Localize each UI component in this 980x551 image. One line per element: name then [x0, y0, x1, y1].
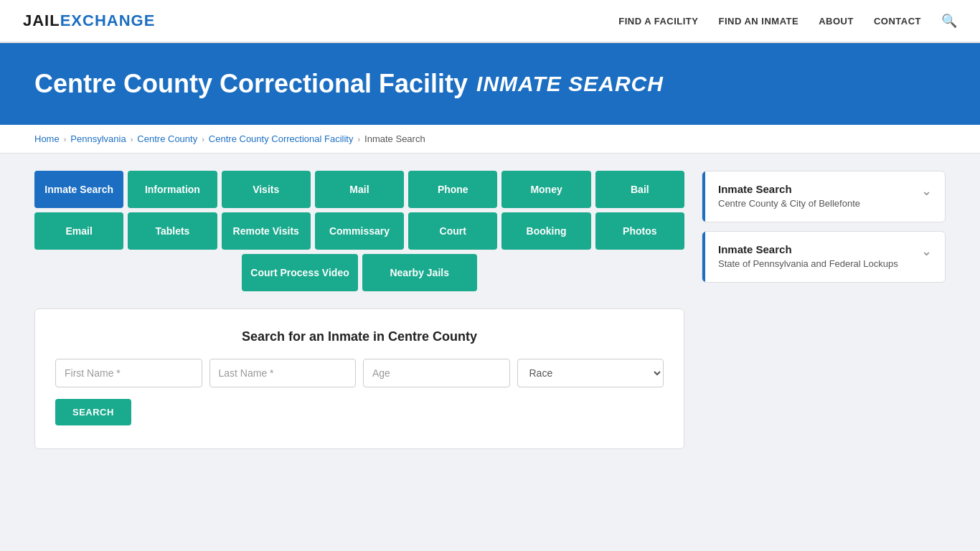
- nav-btn-bail[interactable]: Bail: [595, 171, 684, 208]
- chevron-down-icon-2: ⌄: [921, 243, 932, 259]
- nav-buttons-row-2: Email Tablets Remote Visits Commissary C…: [34, 212, 684, 250]
- sidebar-card-1[interactable]: Inmate Search Centre County & City of Be…: [702, 171, 946, 222]
- site-logo[interactable]: JAILEXCHANGE: [23, 11, 155, 30]
- navbar: JAILEXCHANGE FIND A FACILITY FIND AN INM…: [0, 0, 980, 43]
- logo-jail-text: JAIL: [23, 11, 60, 29]
- sidebar-card-1-subtitle: Centre County & City of Bellefonte: [718, 197, 860, 210]
- race-select[interactable]: Race White Black Hispanic Asian Native A…: [517, 359, 664, 387]
- main-content: Inmate Search Information Visits Mail Ph…: [0, 154, 980, 478]
- nav-btn-information[interactable]: Information: [128, 171, 217, 208]
- sidebar-card-1-header[interactable]: Inmate Search Centre County & City of Be…: [702, 171, 945, 222]
- nav-btn-court-process-video[interactable]: Court Process Video: [242, 254, 357, 291]
- logo-exchange-text: EXCHANGE: [60, 11, 156, 29]
- nav-btn-mail[interactable]: Mail: [315, 171, 404, 208]
- nav-btn-booking[interactable]: Booking: [501, 212, 590, 250]
- nav-btn-phone[interactable]: Phone: [408, 171, 497, 208]
- hero-banner: Centre County Correctional Facility INMA…: [0, 43, 980, 125]
- breadcrumb-pennsylvania[interactable]: Pennsylvania: [70, 133, 126, 144]
- search-submit-button[interactable]: SEARCH: [55, 399, 131, 425]
- sidebar-card-2[interactable]: Inmate Search State of Pennsylvania and …: [702, 231, 946, 283]
- hero-section-label: INMATE SEARCH: [476, 72, 664, 96]
- breadcrumb-sep-1: ›: [64, 135, 67, 143]
- breadcrumb-bar: Home › Pennsylvania › Centre County › Ce…: [0, 125, 980, 154]
- sidebar-card-2-subtitle: State of Pennsylvania and Federal Lockup…: [718, 258, 898, 270]
- last-name-input[interactable]: [209, 359, 357, 387]
- search-icon[interactable]: 🔍: [941, 14, 957, 28]
- nav-item-find-facility[interactable]: FIND A FACILITY: [618, 14, 698, 27]
- nav-item-contact[interactable]: CONTACT: [874, 14, 921, 27]
- age-input[interactable]: [363, 359, 510, 387]
- nav-btn-tablets[interactable]: Tablets: [128, 212, 217, 250]
- nav-item-about[interactable]: ABOUT: [819, 14, 854, 27]
- hero-facility-name: Centre County Correctional Facility: [34, 69, 468, 99]
- breadcrumb-sep-4: ›: [357, 135, 360, 143]
- nav-buttons-grid: Inmate Search Information Visits Mail Ph…: [34, 171, 684, 291]
- sidebar-card-2-title: Inmate Search: [718, 243, 898, 255]
- nav-btn-nearby-jails[interactable]: Nearby Jails: [362, 254, 477, 291]
- inmate-search-form: Search for an Inmate in Centre County Ra…: [34, 309, 684, 449]
- sidebar-card-2-content: Inmate Search State of Pennsylvania and …: [718, 243, 898, 270]
- first-name-input[interactable]: [55, 359, 202, 387]
- breadcrumb-sep-2: ›: [131, 135, 133, 143]
- nav-buttons-row-3: Court Process Video Nearby Jails: [34, 254, 684, 291]
- nav-btn-email[interactable]: Email: [34, 212, 123, 250]
- breadcrumb: Home › Pennsylvania › Centre County › Ce…: [34, 133, 946, 144]
- sidebar-card-1-content: Inmate Search Centre County & City of Be…: [718, 183, 860, 210]
- nav-search-icon-wrapper[interactable]: 🔍: [941, 13, 957, 29]
- nav-btn-court[interactable]: Court: [408, 212, 497, 250]
- nav-btn-inmate-search[interactable]: Inmate Search: [34, 171, 123, 208]
- nav-link-find-inmate[interactable]: FIND AN INMATE: [718, 16, 798, 27]
- left-column: Inmate Search Information Visits Mail Ph…: [34, 171, 684, 449]
- nav-btn-commissary[interactable]: Commissary: [315, 212, 404, 250]
- breadcrumb-centre-county[interactable]: Centre County: [137, 133, 197, 144]
- breadcrumb-facility[interactable]: Centre County Correctional Facility: [209, 133, 354, 144]
- nav-link-find-facility[interactable]: FIND A FACILITY: [618, 16, 698, 27]
- nav-link-contact[interactable]: CONTACT: [874, 16, 921, 27]
- nav-btn-visits[interactable]: Visits: [222, 171, 311, 208]
- breadcrumb-home[interactable]: Home: [34, 133, 60, 144]
- search-form-title: Search for an Inmate in Centre County: [55, 329, 664, 344]
- nav-menu: FIND A FACILITY FIND AN INMATE ABOUT CON…: [618, 13, 957, 29]
- nav-buttons-row-1: Inmate Search Information Visits Mail Ph…: [34, 171, 684, 208]
- search-fields-row: Race White Black Hispanic Asian Native A…: [55, 359, 664, 387]
- breadcrumb-current: Inmate Search: [364, 133, 425, 144]
- sidebar-card-2-header[interactable]: Inmate Search State of Pennsylvania and …: [702, 232, 945, 282]
- breadcrumb-sep-3: ›: [202, 135, 204, 143]
- nav-btn-photos[interactable]: Photos: [595, 212, 684, 250]
- nav-btn-money[interactable]: Money: [501, 171, 590, 208]
- nav-item-find-inmate[interactable]: FIND AN INMATE: [718, 14, 798, 27]
- nav-link-about[interactable]: ABOUT: [819, 16, 854, 27]
- right-sidebar: Inmate Search Centre County & City of Be…: [702, 171, 946, 449]
- chevron-down-icon-1: ⌄: [921, 183, 932, 199]
- sidebar-card-1-title: Inmate Search: [718, 183, 860, 195]
- nav-btn-remote-visits[interactable]: Remote Visits: [222, 212, 311, 250]
